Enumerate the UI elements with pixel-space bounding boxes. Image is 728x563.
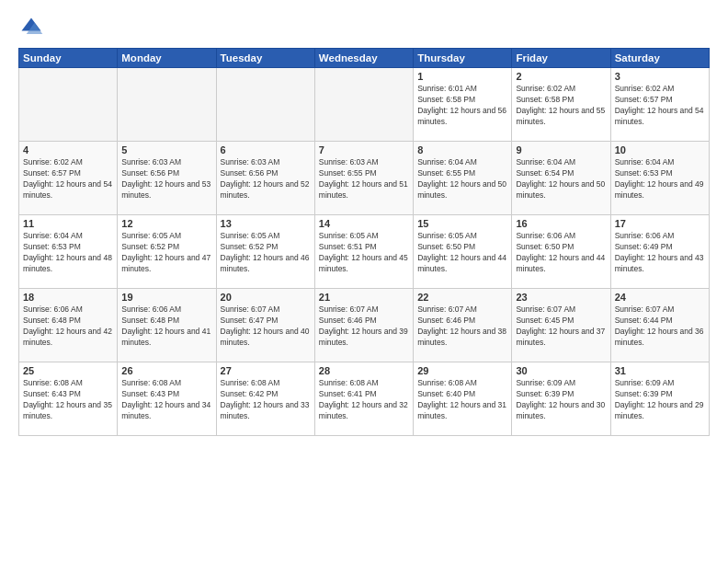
calendar-cell: 20Sunrise: 6:07 AMSunset: 6:47 PMDayligh…: [216, 289, 314, 362]
day-info: Sunrise: 6:02 AMSunset: 6:57 PMDaylight:…: [23, 157, 113, 201]
day-info: Sunrise: 6:03 AMSunset: 6:56 PMDaylight:…: [121, 157, 211, 201]
day-info: Sunrise: 6:02 AMSunset: 6:57 PMDaylight:…: [615, 84, 705, 128]
day-number: 5: [121, 144, 211, 155]
day-info: Sunrise: 6:07 AMSunset: 6:45 PMDaylight:…: [516, 304, 606, 349]
day-info: Sunrise: 6:08 AMSunset: 6:43 PMDaylight:…: [23, 378, 113, 422]
calendar-cell: [216, 68, 314, 142]
day-info: Sunrise: 6:07 AMSunset: 6:47 PMDaylight:…: [221, 304, 311, 349]
day-info: Sunrise: 6:06 AMSunset: 6:48 PMDaylight:…: [121, 304, 211, 349]
day-info: Sunrise: 6:04 AMSunset: 6:55 PMDaylight:…: [417, 157, 507, 201]
calendar-cell: 14Sunrise: 6:05 AMSunset: 6:51 PMDayligh…: [314, 215, 413, 289]
calendar-cell: 9Sunrise: 6:04 AMSunset: 6:54 PMDaylight…: [512, 142, 610, 215]
calendar-cell: 23Sunrise: 6:07 AMSunset: 6:45 PMDayligh…: [512, 289, 610, 362]
day-info: Sunrise: 6:07 AMSunset: 6:46 PMDaylight:…: [319, 304, 409, 349]
day-number: 20: [221, 292, 311, 303]
day-info: Sunrise: 6:03 AMSunset: 6:56 PMDaylight:…: [221, 157, 311, 201]
day-number: 29: [417, 365, 507, 376]
day-number: 8: [417, 144, 507, 155]
day-info: Sunrise: 6:09 AMSunset: 6:39 PMDaylight:…: [615, 378, 705, 422]
logo: [18, 15, 48, 40]
day-info: Sunrise: 6:04 AMSunset: 6:53 PMDaylight:…: [615, 157, 705, 201]
page: SundayMondayTuesdayWednesdayThursdayFrid…: [0, 0, 728, 563]
day-info: Sunrise: 6:08 AMSunset: 6:42 PMDaylight:…: [221, 378, 311, 422]
day-info: Sunrise: 6:02 AMSunset: 6:58 PMDaylight:…: [516, 84, 606, 128]
day-info: Sunrise: 6:07 AMSunset: 6:44 PMDaylight:…: [615, 304, 705, 349]
calendar-cell: 27Sunrise: 6:08 AMSunset: 6:42 PMDayligh…: [216, 362, 314, 436]
weekday-header: Friday: [512, 49, 610, 68]
day-info: Sunrise: 6:04 AMSunset: 6:54 PMDaylight:…: [516, 157, 606, 201]
calendar-cell: 21Sunrise: 6:07 AMSunset: 6:46 PMDayligh…: [314, 289, 413, 362]
calendar-cell: 25Sunrise: 6:08 AMSunset: 6:43 PMDayligh…: [19, 362, 118, 436]
day-number: 10: [615, 144, 705, 155]
day-number: 12: [121, 218, 211, 229]
day-number: 28: [319, 365, 409, 376]
day-number: 13: [221, 218, 311, 229]
calendar-cell: 10Sunrise: 6:04 AMSunset: 6:53 PMDayligh…: [610, 142, 709, 215]
day-number: 3: [615, 71, 705, 82]
calendar-cell: 19Sunrise: 6:06 AMSunset: 6:48 PMDayligh…: [118, 289, 216, 362]
weekday-header: Thursday: [414, 49, 512, 68]
calendar-cell: 11Sunrise: 6:04 AMSunset: 6:53 PMDayligh…: [19, 215, 118, 289]
day-number: 25: [23, 365, 113, 376]
day-info: Sunrise: 6:08 AMSunset: 6:40 PMDaylight:…: [417, 378, 507, 422]
calendar-cell: 18Sunrise: 6:06 AMSunset: 6:48 PMDayligh…: [19, 289, 118, 362]
day-number: 26: [121, 365, 211, 376]
day-info: Sunrise: 6:05 AMSunset: 6:50 PMDaylight:…: [417, 231, 507, 275]
day-number: 1: [417, 71, 507, 82]
day-info: Sunrise: 6:08 AMSunset: 6:43 PMDaylight:…: [121, 378, 211, 422]
calendar-cell: 16Sunrise: 6:06 AMSunset: 6:50 PMDayligh…: [512, 215, 610, 289]
day-info: Sunrise: 6:04 AMSunset: 6:53 PMDaylight:…: [23, 231, 113, 275]
day-info: Sunrise: 6:05 AMSunset: 6:51 PMDaylight:…: [319, 231, 409, 275]
calendar-cell: [19, 68, 118, 142]
calendar-cell: 4Sunrise: 6:02 AMSunset: 6:57 PMDaylight…: [19, 142, 118, 215]
calendar-cell: 24Sunrise: 6:07 AMSunset: 6:44 PMDayligh…: [610, 289, 709, 362]
calendar-cell: 8Sunrise: 6:04 AMSunset: 6:55 PMDaylight…: [414, 142, 512, 215]
day-number: 14: [319, 218, 409, 229]
day-number: 6: [221, 144, 311, 155]
day-number: 19: [121, 292, 211, 303]
day-number: 21: [319, 292, 409, 303]
day-number: 15: [417, 218, 507, 229]
day-info: Sunrise: 6:05 AMSunset: 6:52 PMDaylight:…: [121, 231, 211, 275]
day-info: Sunrise: 6:06 AMSunset: 6:48 PMDaylight:…: [23, 304, 113, 349]
calendar-cell: 26Sunrise: 6:08 AMSunset: 6:43 PMDayligh…: [118, 362, 216, 436]
calendar-week-row: 1Sunrise: 6:01 AMSunset: 6:58 PMDaylight…: [19, 68, 710, 142]
weekday-header: Saturday: [610, 49, 709, 68]
calendar-cell: 30Sunrise: 6:09 AMSunset: 6:39 PMDayligh…: [512, 362, 610, 436]
day-number: 4: [23, 144, 113, 155]
day-info: Sunrise: 6:09 AMSunset: 6:39 PMDaylight:…: [516, 378, 606, 422]
weekday-header-row: SundayMondayTuesdayWednesdayThursdayFrid…: [19, 49, 710, 68]
header: [18, 15, 710, 40]
day-info: Sunrise: 6:07 AMSunset: 6:46 PMDaylight:…: [417, 304, 507, 349]
calendar-cell: 17Sunrise: 6:06 AMSunset: 6:49 PMDayligh…: [610, 215, 709, 289]
day-number: 27: [221, 365, 311, 376]
calendar-cell: 13Sunrise: 6:05 AMSunset: 6:52 PMDayligh…: [216, 215, 314, 289]
weekday-header: Wednesday: [314, 49, 413, 68]
calendar-cell: 3Sunrise: 6:02 AMSunset: 6:57 PMDaylight…: [610, 68, 709, 142]
day-number: 24: [615, 292, 705, 303]
calendar-cell: 28Sunrise: 6:08 AMSunset: 6:41 PMDayligh…: [314, 362, 413, 436]
calendar-cell: 2Sunrise: 6:02 AMSunset: 6:58 PMDaylight…: [512, 68, 610, 142]
day-info: Sunrise: 6:06 AMSunset: 6:49 PMDaylight:…: [615, 231, 705, 275]
day-info: Sunrise: 6:05 AMSunset: 6:52 PMDaylight:…: [221, 231, 311, 275]
calendar-cell: [118, 68, 216, 142]
calendar-cell: 31Sunrise: 6:09 AMSunset: 6:39 PMDayligh…: [610, 362, 709, 436]
calendar-cell: 6Sunrise: 6:03 AMSunset: 6:56 PMDaylight…: [216, 142, 314, 215]
calendar-cell: 12Sunrise: 6:05 AMSunset: 6:52 PMDayligh…: [118, 215, 216, 289]
day-number: 23: [516, 292, 606, 303]
calendar-cell: 15Sunrise: 6:05 AMSunset: 6:50 PMDayligh…: [414, 215, 512, 289]
calendar-cell: 7Sunrise: 6:03 AMSunset: 6:55 PMDaylight…: [314, 142, 413, 215]
calendar-cell: 22Sunrise: 6:07 AMSunset: 6:46 PMDayligh…: [414, 289, 512, 362]
day-info: Sunrise: 6:01 AMSunset: 6:58 PMDaylight:…: [417, 84, 507, 128]
day-info: Sunrise: 6:03 AMSunset: 6:55 PMDaylight:…: [319, 157, 409, 201]
calendar-week-row: 4Sunrise: 6:02 AMSunset: 6:57 PMDaylight…: [19, 142, 710, 215]
day-number: 31: [615, 365, 705, 376]
calendar-cell: [314, 68, 413, 142]
day-number: 22: [417, 292, 507, 303]
day-number: 18: [23, 292, 113, 303]
calendar-cell: 5Sunrise: 6:03 AMSunset: 6:56 PMDaylight…: [118, 142, 216, 215]
logo-icon: [18, 15, 44, 40]
calendar-cell: 29Sunrise: 6:08 AMSunset: 6:40 PMDayligh…: [414, 362, 512, 436]
calendar-week-row: 18Sunrise: 6:06 AMSunset: 6:48 PMDayligh…: [19, 289, 710, 362]
weekday-header: Tuesday: [216, 49, 314, 68]
